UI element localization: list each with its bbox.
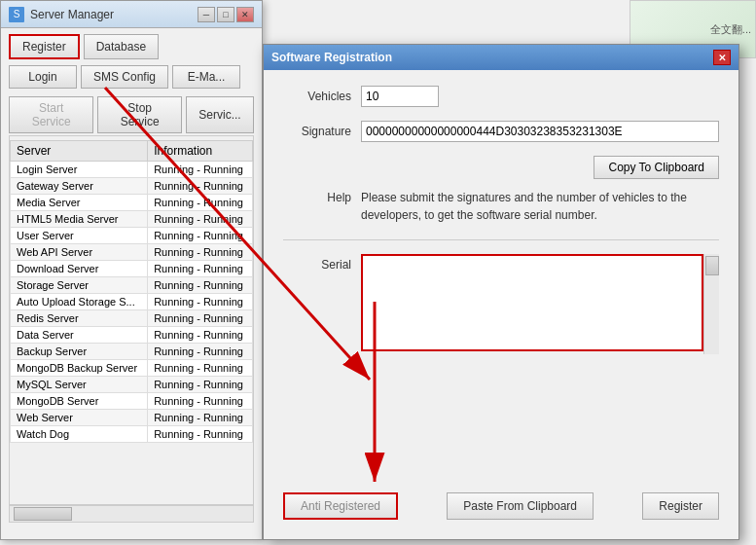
server-info-cell: Running - Running xyxy=(148,410,253,426)
scrollbar-thumb[interactable] xyxy=(14,507,72,521)
server-name-cell: HTML5 Media Server xyxy=(11,211,148,228)
server-info-cell: Running - Running xyxy=(148,344,253,360)
copy-btn-row: Copy To Clipboard xyxy=(283,156,719,179)
vehicles-input[interactable] xyxy=(361,86,439,107)
horizontal-scrollbar[interactable] xyxy=(9,505,254,523)
stop-service-button[interactable]: Stop Service xyxy=(97,96,182,133)
table-row: Redis ServerRunning - Running xyxy=(11,310,253,327)
minimize-button[interactable]: ─ xyxy=(198,7,215,22)
server-name-cell: User Server xyxy=(11,228,148,244)
dialog-titlebar: Software Registration ✕ xyxy=(264,45,738,70)
table-row: User ServerRunning - Running xyxy=(11,228,253,244)
server-name-cell: Watch Dog xyxy=(11,426,148,443)
maximize-button[interactable]: □ xyxy=(217,7,234,22)
server-info-cell: Running - Running xyxy=(148,310,253,327)
table-row: MongoDB Backup ServerRunning - Running xyxy=(11,360,253,377)
serial-scroll-thumb[interactable] xyxy=(705,256,719,275)
sms-config-button[interactable]: SMS Config xyxy=(81,65,168,89)
server-info-cell: Running - Running xyxy=(148,178,253,195)
toolbar-row1: Register Database xyxy=(1,28,262,65)
server-name-cell: Auto Upload Storage S... xyxy=(11,294,148,310)
server-name-cell: Data Server xyxy=(11,327,148,344)
help-row: Help Please submit the signatures and th… xyxy=(283,189,719,224)
close-button[interactable]: ✕ xyxy=(236,7,254,22)
dialog-register-button[interactable]: Register xyxy=(642,492,719,520)
table-row: Download ServerRunning - Running xyxy=(11,261,253,277)
anti-registered-button[interactable]: Anti Registered xyxy=(283,492,398,520)
server-info-cell: Running - Running xyxy=(148,277,253,294)
paste-clipboard-button[interactable]: Paste From Clipboard xyxy=(447,492,594,520)
help-label: Help xyxy=(283,189,361,204)
col-server-header: Server xyxy=(11,141,148,162)
server-info-cell: Running - Running xyxy=(148,162,253,178)
dialog-close-button[interactable]: ✕ xyxy=(713,50,731,65)
serial-row: Serial xyxy=(283,254,719,354)
login-button[interactable]: Login xyxy=(9,65,77,89)
app-icon: S xyxy=(9,7,24,22)
server-name-cell: Download Server xyxy=(11,261,148,277)
server-name-cell: Web Server xyxy=(11,410,148,426)
col-info-header: Information xyxy=(148,141,253,162)
table-row: Gateway ServerRunning - Running xyxy=(11,178,253,195)
server-name-cell: MySQL Server xyxy=(11,377,148,393)
separator xyxy=(283,239,719,240)
register-button[interactable]: Register xyxy=(9,34,80,59)
table-row: MySQL ServerRunning - Running xyxy=(11,377,253,393)
server-name-cell: Backup Server xyxy=(11,344,148,360)
table-row: Auto Upload Storage S...Running - Runnin… xyxy=(11,294,253,310)
server-name-cell: Redis Server xyxy=(11,310,148,327)
table-row: Login ServerRunning - Running xyxy=(11,162,253,178)
table-row: Data ServerRunning - Running xyxy=(11,327,253,344)
titlebar: S Server Manager ─ □ ✕ xyxy=(1,1,262,28)
server-info-cell: Running - Running xyxy=(148,228,253,244)
start-service-button[interactable]: Start Service xyxy=(9,96,93,133)
table-row: Backup ServerRunning - Running xyxy=(11,344,253,360)
signature-row: Signature xyxy=(283,121,719,142)
server-info-cell: Running - Running xyxy=(148,327,253,344)
table-row: Watch DogRunning - Running xyxy=(11,426,253,443)
app-title: Server Manager xyxy=(30,8,114,21)
serial-textarea[interactable] xyxy=(361,254,703,351)
server-table-container[interactable]: Server Information Login ServerRunning -… xyxy=(9,135,254,505)
server-info-cell: Running - Running xyxy=(148,244,253,261)
bg-text: 全文翻... xyxy=(710,22,751,37)
email-button[interactable]: E-Ma... xyxy=(172,65,240,89)
server-info-cell: Running - Running xyxy=(148,294,253,310)
vehicles-row: Vehicles xyxy=(283,86,719,107)
serial-label: Serial xyxy=(283,254,361,272)
service-row: Start Service Stop Service Servic... xyxy=(1,94,262,135)
software-registration-dialog: Software Registration ✕ Vehicles Signatu… xyxy=(263,44,739,540)
server-info-cell: Running - Running xyxy=(148,211,253,228)
serial-wrapper xyxy=(361,254,719,354)
server-name-cell: MongoDB Server xyxy=(11,393,148,410)
serial-scrollbar[interactable] xyxy=(703,254,719,354)
server-info-cell: Running - Running xyxy=(148,377,253,393)
copy-clipboard-button[interactable]: Copy To Clipboard xyxy=(594,156,719,179)
table-row: MongoDB ServerRunning - Running xyxy=(11,393,253,410)
signature-label: Signature xyxy=(283,125,361,138)
table-row: Media ServerRunning - Running xyxy=(11,195,253,211)
server-name-cell: Gateway Server xyxy=(11,178,148,195)
server-name-cell: Media Server xyxy=(11,195,148,211)
dialog-content: Vehicles Signature Copy To Clipboard Hel… xyxy=(264,70,738,380)
signature-input[interactable] xyxy=(361,121,719,142)
table-row: Web API ServerRunning - Running xyxy=(11,244,253,261)
server-info-cell: Running - Running xyxy=(148,393,253,410)
help-text: Please submit the signatures and the num… xyxy=(361,189,719,224)
dialog-title: Software Registration xyxy=(271,51,392,64)
table-row: Web ServerRunning - Running xyxy=(11,410,253,426)
title-controls: ─ □ ✕ xyxy=(198,7,254,22)
vehicles-label: Vehicles xyxy=(283,90,361,103)
table-row: HTML5 Media ServerRunning - Running xyxy=(11,211,253,228)
server-table: Server Information Login ServerRunning -… xyxy=(10,140,253,443)
server-name-cell: Web API Server xyxy=(11,244,148,261)
server-manager-window: S Server Manager ─ □ ✕ Register Database… xyxy=(0,0,263,540)
server-name-cell: MongoDB Backup Server xyxy=(11,360,148,377)
server-info-cell: Running - Running xyxy=(148,261,253,277)
toolbar-row2: Login SMS Config E-Ma... xyxy=(1,65,262,94)
server-info-cell: Running - Running xyxy=(148,426,253,443)
table-row: Storage ServerRunning - Running xyxy=(11,277,253,294)
service-button[interactable]: Servic... xyxy=(186,96,254,133)
database-button[interactable]: Database xyxy=(84,34,159,59)
server-info-cell: Running - Running xyxy=(148,360,253,377)
